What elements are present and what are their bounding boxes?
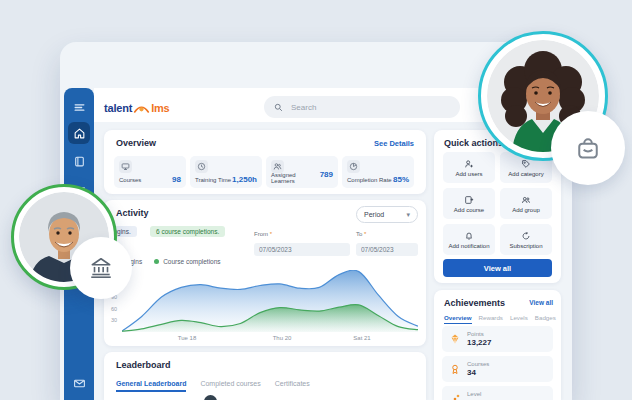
action-label: Add notification: [448, 243, 489, 249]
achievement-courses: Courses 34: [442, 356, 553, 382]
activity-card: Activity Period ▾ logins. 6 course compl…: [104, 200, 426, 346]
achievement-label: Level: [467, 391, 483, 397]
overview-stats: Courses 98 Training Time 1,250h Assign: [114, 156, 414, 188]
achievements-card: Achievements View all Overview Rewards L…: [434, 290, 561, 400]
book-plus-icon: [464, 195, 474, 205]
bell-icon: [464, 231, 474, 241]
stat-label: Assigned Learners: [271, 172, 320, 184]
from-label: From: [254, 231, 268, 237]
achievements-tabs: Overview Rewards Levels Badges: [444, 314, 556, 324]
tab-general-leaderboard[interactable]: General Leaderboard: [116, 380, 186, 392]
sidebar-item-home[interactable]: [68, 122, 90, 144]
completions-dot: [154, 259, 159, 264]
logo-arc-icon: [133, 103, 150, 114]
completion-icon: [347, 160, 360, 173]
tab-levels[interactable]: Levels: [510, 314, 528, 324]
book-icon: [73, 155, 86, 168]
add-group-button[interactable]: Add group: [500, 188, 552, 219]
user-plus-icon: [464, 159, 474, 169]
stat-label: Courses: [119, 177, 141, 183]
view-all-button[interactable]: View all: [443, 259, 552, 277]
activity-area-chart: [122, 270, 418, 332]
activity-title: Activity: [116, 208, 149, 218]
logo-word-talent: talent: [104, 102, 132, 114]
see-details-link[interactable]: See Details: [374, 139, 414, 148]
level-icon: [449, 393, 461, 400]
tab-badges[interactable]: Badges: [535, 314, 556, 324]
x-axis-labels: Tue 18Thu 20Sat 21: [122, 335, 418, 345]
search-bar[interactable]: [264, 96, 460, 118]
action-label: Subscription: [509, 243, 542, 249]
to-date-group: To *: [356, 222, 418, 256]
from-date-input[interactable]: [254, 243, 350, 256]
sidebar-item-messages[interactable]: [68, 372, 90, 394]
stat-value: 85%: [393, 175, 409, 184]
search-icon: [274, 103, 283, 112]
overview-title: Overview: [116, 138, 156, 148]
stat-assigned-learners: Assigned Learners 789: [266, 156, 338, 188]
action-label: Add group: [512, 207, 540, 213]
add-notification-button[interactable]: Add notification: [443, 224, 495, 255]
tab-certificates[interactable]: Certificates: [275, 380, 310, 392]
action-label: Add category: [508, 171, 543, 177]
required-mark: *: [364, 231, 366, 237]
achievement-label: Courses: [467, 361, 489, 367]
stat-value: 1,250h: [232, 175, 257, 184]
achievement-points: Points 13,227: [442, 326, 553, 352]
add-users-button[interactable]: Add users: [443, 152, 495, 183]
overview-card: Overview See Details Courses 98 Training…: [104, 130, 426, 194]
tag-icon: [521, 159, 531, 169]
to-label: To: [356, 231, 362, 237]
required-mark: *: [270, 231, 272, 237]
briefcase-icon: [573, 133, 603, 163]
leaderboard-tabs: General Leaderboard Completed courses Ce…: [116, 380, 310, 392]
gem-icon: [449, 333, 461, 345]
bag-badge: [551, 111, 625, 185]
achievements-title: Achievements: [444, 298, 505, 308]
achievements-view-all-link[interactable]: View all: [529, 299, 553, 306]
achievement-value: 34: [467, 368, 489, 377]
clock-icon: [195, 160, 208, 173]
period-label: Period: [364, 211, 384, 218]
legend-label: Course completions: [163, 258, 220, 265]
subscription-button[interactable]: Subscription: [500, 224, 552, 255]
group-icon: [521, 195, 531, 205]
to-date-input[interactable]: [356, 243, 418, 256]
mail-icon: [73, 377, 86, 390]
stat-label: Completion Rate: [347, 177, 392, 183]
talentlms-marketing-shot: talent lms: [0, 0, 632, 400]
from-date-group: From *: [254, 222, 350, 256]
stat-label: Training Time: [195, 177, 231, 183]
refresh-icon: [521, 231, 531, 241]
leaderboard-row-avatar: [204, 395, 217, 400]
tab-rewards[interactable]: Rewards: [479, 314, 503, 324]
courses-icon: [119, 160, 132, 173]
bank-icon: [88, 255, 114, 281]
stat-value: 98: [172, 175, 181, 184]
add-course-button[interactable]: Add course: [443, 188, 495, 219]
legend-completions: Course completions: [154, 258, 220, 265]
quick-actions-grid: Add users Add category Add course Add gr…: [443, 152, 552, 255]
menu-icon[interactable]: [68, 96, 90, 118]
stat-training-time: Training Time 1,250h: [190, 156, 262, 188]
achievement-level: Level 8/20: [442, 386, 553, 400]
tab-completed-courses[interactable]: Completed courses: [200, 380, 260, 392]
home-icon: [73, 127, 86, 140]
logo-word-lms: lms: [151, 102, 169, 114]
completions-chip[interactable]: 6 course completions.: [150, 226, 225, 237]
achievement-label: Points: [467, 331, 491, 337]
stat-courses: Courses 98: [114, 156, 186, 188]
tab-overview[interactable]: Overview: [444, 314, 472, 324]
sidebar-item-courses[interactable]: [68, 150, 90, 172]
search-input[interactable]: [289, 102, 433, 113]
chevron-down-icon: ▾: [406, 211, 410, 219]
medal-icon: [449, 363, 461, 375]
action-label: Add users: [455, 171, 482, 177]
talentlms-logo: talent lms: [104, 96, 170, 114]
period-dropdown[interactable]: Period ▾: [356, 206, 418, 223]
action-label: Add course: [454, 207, 484, 213]
leaderboard-title: Leaderboard: [116, 360, 171, 370]
bank-badge: [70, 237, 132, 299]
achievement-value: 13,227: [467, 338, 491, 347]
leaderboard-card: Leaderboard General Leaderboard Complete…: [104, 352, 426, 400]
